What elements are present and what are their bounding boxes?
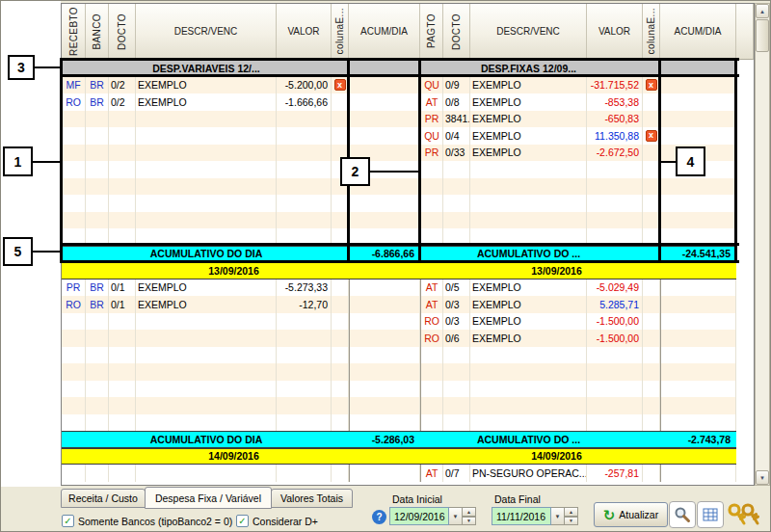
column-header-colunae[interactable]: colunaE... (332, 4, 349, 60)
vertical-scrollbar[interactable]: ▲ ▼ (755, 3, 770, 486)
grid-row[interactable] (62, 195, 754, 212)
data-inicial-label: Data Inicial (392, 493, 442, 505)
data-final-value[interactable]: 11/11/2016 (492, 507, 551, 525)
help-icon[interactable]: ? (372, 510, 386, 524)
callout-label: 1 (14, 154, 22, 170)
grid-row[interactable] (62, 212, 754, 229)
date-row[interactable]: 13/09/201613/09/2016 (62, 262, 754, 279)
grid-cell: -257,81 (587, 465, 643, 482)
data-final-spinner[interactable]: ▲ ▼ (565, 507, 578, 525)
grid-row[interactable]: AT0/7PN-SEGURO OPERAC...-257,81 (62, 465, 754, 482)
data-inicial-dropdown-icon[interactable]: ▼ (449, 507, 463, 525)
grid-row[interactable] (62, 347, 754, 364)
grid-cell (62, 127, 86, 145)
data-inicial-field[interactable]: 12/09/2016 ▼ ▲ ▼ (389, 507, 476, 525)
checkbox-somente-bancos[interactable]: ✓ Somente Bancos (tipoBanco2 = 0) (62, 515, 232, 527)
column-header-acumdia[interactable]: ACUM/DIA (660, 4, 736, 60)
callout-1: 1 (3, 146, 33, 176)
grid-row[interactable]: QU0/4EXEMPLO11.350,88x (62, 127, 754, 145)
tab-receita-custo[interactable]: Receita / Custo (61, 489, 146, 508)
grid-cell (136, 111, 277, 128)
scroll-down-icon[interactable]: ▼ (756, 470, 769, 485)
delete-x-icon[interactable]: x (334, 79, 346, 91)
grid-row[interactable]: ROBR0/1EXEMPLO-12,70AT0/3EXEMPLO5.285,71 (62, 296, 754, 313)
atualizar-button[interactable]: ↻ Atualizar (594, 502, 668, 527)
spin-up-icon[interactable]: ▲ (565, 507, 578, 517)
accum-label-right: ACUMULATIVO DO ... (470, 247, 587, 262)
grid-cell: 3841... (443, 111, 470, 128)
tab-valores-totais[interactable]: Valores Totais (271, 489, 353, 508)
column-header-acumdia[interactable]: ACUM/DIA (349, 4, 420, 60)
grid-row[interactable]: RO0/6EXEMPLO-1.500,00 (62, 330, 754, 347)
grid-cell: EXEMPLO (470, 127, 587, 145)
row-cells: QU0/4EXEMPLO11.350,88x (62, 127, 736, 145)
spin-down-icon[interactable]: ▼ (463, 517, 476, 526)
delete-x-icon[interactable]: x (646, 130, 657, 142)
column-header-recebto[interactable]: RECEBTO (62, 4, 86, 60)
checkbox-considerar-d[interactable]: ✓ Considerar D+ (236, 515, 318, 527)
delete-x-icon[interactable]: x (646, 79, 657, 91)
grid-cell (109, 330, 136, 347)
grid-row[interactable] (62, 397, 754, 414)
grid-row[interactable] (62, 178, 754, 196)
data-final-field[interactable]: 11/11/2016 ▼ ▲ ▼ (492, 507, 578, 525)
grid-view-button[interactable] (697, 501, 724, 528)
grid-cell (136, 414, 277, 432)
spin-up-icon[interactable]: ▲ (463, 507, 476, 517)
grid-cell (136, 145, 277, 162)
grid-cell (660, 397, 736, 414)
grid-cell (86, 397, 109, 414)
grid-row[interactable]: PRBR0/1EXEMPLO-5.273,33AT0/5EXEMPLO-5.02… (62, 279, 754, 297)
data-inicial-value[interactable]: 12/09/2016 (389, 507, 449, 525)
column-header-pagto[interactable]: PAGTO (420, 4, 443, 60)
column-header-descrvenc[interactable]: DESCR/VENC (136, 4, 277, 60)
date-row[interactable]: 14/09/201614/09/2016 (62, 448, 754, 466)
tab-label: Despesa Fixa / Variável (155, 492, 261, 504)
data-inicial-spinner[interactable]: ▲ ▼ (463, 507, 476, 525)
date-label-right: 14/09/2016 (470, 449, 643, 465)
annotation-hline (61, 58, 739, 61)
search-button[interactable] (669, 501, 696, 528)
scroll-thumb[interactable] (756, 19, 769, 52)
tab-despesa-fixa-variavel[interactable]: Despesa Fixa / Variável (145, 487, 272, 509)
grid-cell (136, 465, 277, 482)
grid-cell (86, 127, 109, 145)
grid-cell: -5.029,49 (587, 279, 643, 297)
data-final-dropdown-icon[interactable]: ▼ (551, 507, 565, 525)
grid-row[interactable]: RO0/3EXEMPLO-1.500,00 (62, 313, 754, 331)
grid-cell: BR (86, 77, 109, 94)
grid-cell (62, 195, 86, 212)
column-header-descrvenc[interactable]: DESCR/VENC (470, 4, 587, 60)
column-header-docto[interactable]: DOCTO (443, 4, 470, 60)
grid-row[interactable]: ROBR0/2EXEMPLO-1.666,66AT0/8EXEMPLO-853,… (62, 93, 754, 111)
row-cells: RO0/3EXEMPLO-1.500,00 (62, 313, 736, 331)
grid-cell (349, 93, 420, 111)
grid-cell (420, 212, 443, 229)
keys-button[interactable] (726, 501, 762, 528)
row-filler (736, 414, 754, 432)
grid-row[interactable] (62, 414, 754, 432)
grid-row[interactable] (62, 381, 754, 398)
grid-cell: 0/33 (443, 145, 470, 162)
column-header-banco[interactable]: BANCO (86, 4, 109, 60)
grid-row[interactable]: MFBR0/2EXEMPLO-5.200,00xQU0/9EXEMPLO-31.… (62, 77, 754, 94)
grid-cell: 0/3 (443, 296, 470, 313)
row-filler (736, 161, 754, 178)
accum-value-left: -6.866,66 (349, 247, 417, 262)
column-header-valor[interactable]: VALOR (587, 4, 643, 60)
grid-cell (136, 212, 277, 229)
column-header-valor[interactable]: VALOR (277, 4, 332, 60)
accum-row[interactable]: ACUMULATIVO DO DIA-5.286,03ACUMULATIVO D… (62, 431, 754, 448)
grid-cell (332, 330, 349, 347)
grid-cell (86, 363, 109, 381)
grid-cell (660, 279, 736, 297)
spin-down-icon[interactable]: ▼ (565, 517, 578, 526)
grid-row[interactable]: PR0/33EXEMPLO-2.672,50 (62, 145, 754, 162)
grid-row[interactable] (62, 161, 754, 178)
column-header-docto[interactable]: DOCTO (109, 4, 136, 60)
grid-row[interactable] (62, 363, 754, 381)
scroll-up-icon[interactable]: ▲ (756, 4, 769, 18)
grid-row[interactable]: PR3841...EXEMPLO-650,83 (62, 111, 754, 128)
column-header-colunae[interactable]: colunaE... (643, 4, 660, 60)
grid-cell: AT (420, 296, 443, 313)
